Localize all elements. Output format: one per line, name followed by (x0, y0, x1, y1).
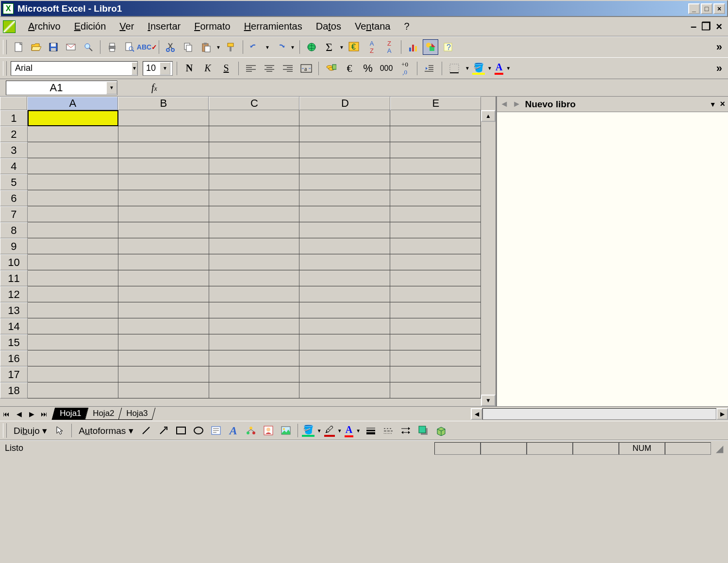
size-input[interactable] (143, 63, 160, 73)
cell-E13[interactable] (390, 302, 481, 318)
sheet-tab-Hoja1[interactable]: Hoja1 (52, 408, 89, 420)
fill-color-draw-button[interactable]: 🪣 (302, 424, 314, 437)
vertical-scrollbar[interactable]: ▲ ▼ (481, 110, 496, 406)
menu-archivo[interactable]: Archivo (21, 19, 67, 34)
cell-A6[interactable] (28, 190, 118, 206)
currency-button[interactable] (323, 61, 339, 76)
row-header-17[interactable]: 17 (0, 366, 28, 382)
cell-D16[interactable] (299, 350, 390, 366)
arrow-button[interactable] (156, 423, 171, 438)
autoshapes-menu[interactable]: Autoformas ▾ (76, 425, 136, 436)
cell-D4[interactable] (299, 158, 390, 174)
cell-D14[interactable] (299, 318, 390, 334)
maximize-button[interactable]: □ (701, 3, 712, 14)
cell-E15[interactable] (390, 334, 481, 350)
italic-button[interactable]: K (199, 61, 216, 76)
prev-sheet-button[interactable]: ◀ (13, 408, 25, 420)
first-sheet-button[interactable]: ⏮ (0, 408, 12, 420)
cell-B17[interactable] (118, 366, 209, 382)
minimize-button[interactable]: _ (688, 3, 700, 14)
menu-insertar[interactable]: Insertar (141, 19, 187, 34)
redo-button[interactable] (272, 39, 288, 55)
cell-E12[interactable] (390, 286, 481, 302)
paste-button[interactable] (198, 39, 214, 55)
cell-E4[interactable] (390, 158, 481, 174)
cell-C11[interactable] (209, 270, 300, 286)
toolbar-handle[interactable] (3, 40, 7, 54)
row-header-14[interactable]: 14 (0, 318, 28, 334)
cell-C9[interactable] (209, 238, 300, 254)
cell-C4[interactable] (209, 158, 300, 174)
size-dropdown[interactable]: ▼ (160, 62, 170, 75)
toolbar-handle[interactable] (3, 423, 7, 438)
autosum-dropdown[interactable]: ▼ (339, 45, 345, 50)
fx-label[interactable]: fx (151, 82, 157, 93)
cell-A17[interactable] (28, 366, 118, 382)
row-header-1[interactable]: 1 (0, 110, 28, 126)
cell-A7[interactable] (28, 206, 118, 222)
print-preview-button[interactable] (122, 39, 137, 55)
cell-D2[interactable] (299, 126, 390, 142)
decrease-indent-button[interactable] (421, 61, 438, 76)
textbox-button[interactable] (208, 423, 224, 438)
help-button[interactable]: ? (440, 39, 456, 55)
cell-A15[interactable] (28, 334, 118, 350)
mdi-restore[interactable]: ❐ (701, 20, 711, 33)
percent-button[interactable]: % (360, 61, 376, 76)
cell-B18[interactable] (118, 382, 209, 398)
sort-asc-button[interactable]: AZ (364, 39, 380, 55)
cell-A4[interactable] (28, 158, 118, 174)
cell-C18[interactable] (209, 382, 300, 398)
font-color-dropdown[interactable]: ▼ (505, 66, 511, 71)
cell-D13[interactable] (299, 302, 390, 318)
scroll-right-button[interactable]: ▶ (716, 408, 728, 420)
menu-datos[interactable]: Datos (309, 19, 348, 34)
3d-button[interactable] (433, 423, 448, 438)
cell-C3[interactable] (209, 142, 300, 158)
cell-E16[interactable] (390, 350, 481, 366)
underline-button[interactable]: S (218, 61, 234, 76)
cell-B13[interactable] (118, 302, 209, 318)
mdi-minimize[interactable]: – (691, 20, 696, 33)
size-combo[interactable]: ▼ (143, 61, 173, 76)
row-header-13[interactable]: 13 (0, 302, 28, 318)
cell-C16[interactable] (209, 350, 300, 366)
clipart-button[interactable] (261, 423, 276, 438)
search-button[interactable] (81, 39, 96, 55)
col-header-C[interactable]: C (209, 97, 299, 110)
cell-C10[interactable] (209, 254, 300, 270)
align-right-button[interactable] (280, 61, 296, 76)
name-box-dropdown[interactable]: ▼ (106, 82, 117, 94)
menu-ayuda[interactable]: ? (397, 19, 416, 34)
bold-button[interactable]: N (181, 61, 198, 76)
row-header-6[interactable]: 6 (0, 190, 28, 206)
redo-dropdown[interactable]: ▼ (290, 45, 296, 50)
row-header-9[interactable]: 9 (0, 238, 28, 254)
name-box[interactable]: A1 ▼ (6, 81, 117, 95)
cell-A1[interactable] (28, 110, 118, 126)
cell-A14[interactable] (28, 318, 118, 334)
hyperlink-button[interactable] (304, 39, 319, 55)
cell-E6[interactable] (390, 190, 481, 206)
cell-C12[interactable] (209, 286, 300, 302)
row-header-5[interactable]: 5 (0, 174, 28, 190)
row-header-7[interactable]: 7 (0, 206, 28, 222)
cell-D8[interactable] (299, 222, 390, 238)
cell-C13[interactable] (209, 302, 300, 318)
wordart-button[interactable]: A (226, 423, 241, 438)
row-header-4[interactable]: 4 (0, 158, 28, 174)
cell-B3[interactable] (118, 142, 209, 158)
row-header-16[interactable]: 16 (0, 350, 28, 366)
taskpane-dropdown[interactable]: ▼ (710, 100, 716, 108)
toolbar-handle[interactable] (3, 61, 7, 76)
cell-E2[interactable] (390, 126, 481, 142)
save-button[interactable] (46, 39, 61, 55)
cell-E7[interactable] (390, 206, 481, 222)
line-button[interactable] (138, 423, 154, 438)
align-center-button[interactable] (261, 61, 278, 76)
close-button[interactable]: × (713, 3, 725, 14)
cell-D9[interactable] (299, 238, 390, 254)
workbook-icon[interactable] (3, 20, 16, 33)
taskpane-close[interactable]: × (720, 99, 725, 109)
scroll-down-button[interactable]: ▼ (481, 395, 496, 406)
